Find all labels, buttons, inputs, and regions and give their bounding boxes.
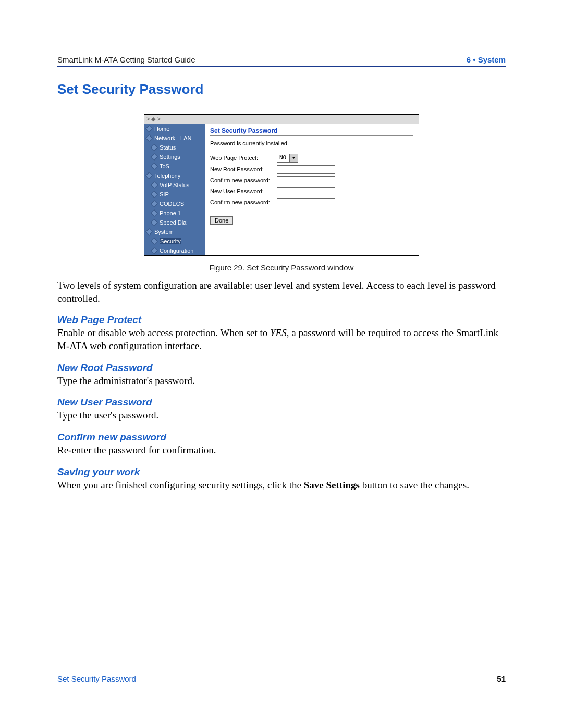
password-status-text: Password is currently installed. xyxy=(210,140,413,146)
diamond-icon xyxy=(151,163,158,170)
diamond-icon xyxy=(151,153,158,161)
diamond-icon xyxy=(145,228,153,236)
sidebar-item-system[interactable]: System xyxy=(144,227,205,237)
row-new-user-password: New User Password: xyxy=(210,187,413,195)
document-page: SmartLink M-ATA Getting Started Guide 6 … xyxy=(0,0,563,728)
svg-marker-0 xyxy=(292,157,296,159)
sidebar-item-security[interactable]: Security xyxy=(144,237,205,246)
sidebar-item-phone1[interactable]: Phone 1 xyxy=(144,208,205,218)
diamond-icon xyxy=(151,219,158,226)
page-footer: Set Security Password 51 xyxy=(57,672,506,683)
diamond-icon xyxy=(151,209,158,217)
row-web-page-protect: Web Page Protect: NO xyxy=(210,153,413,163)
header-chapter: 6 • System xyxy=(467,55,506,64)
sidebar-item-network[interactable]: Network - LAN xyxy=(144,133,205,143)
diamond-icon xyxy=(151,144,158,151)
diamond-icon xyxy=(145,172,153,179)
panel-title: Set Security Password xyxy=(210,127,413,134)
sidebar-item-sip[interactable]: SIP xyxy=(144,190,205,199)
label-new-user-password: New User Password: xyxy=(210,188,277,194)
row-confirm-root-password: Confirm new password: xyxy=(210,176,413,184)
diamond-icon xyxy=(151,238,158,245)
sidebar-item-telephony[interactable]: Telephony xyxy=(144,171,205,180)
done-row: Done xyxy=(210,214,413,225)
sidebar-item-settings[interactable]: Settings xyxy=(144,152,205,162)
label-confirm-root-password: Confirm new password: xyxy=(210,177,277,183)
heading-new-root-password: New Root Password xyxy=(57,362,506,374)
panel-divider xyxy=(210,135,413,136)
text-new-root-password: Type the administrator's password. xyxy=(57,375,506,388)
window-breadcrumb: > ◆ > xyxy=(144,115,419,124)
sidebar-nav: Home Network - LAN Status Settings ToS T… xyxy=(144,124,205,255)
breadcrumb-arrows: > ◆ > xyxy=(146,116,161,122)
figure-screenshot: > ◆ > Home Network - LAN Status Settings… xyxy=(57,114,506,256)
done-button[interactable]: Done xyxy=(210,216,233,225)
sidebar-item-codecs[interactable]: CODECS xyxy=(144,199,205,208)
intro-paragraph: Two levels of system configuration are a… xyxy=(57,279,506,305)
embedded-window: > ◆ > Home Network - LAN Status Settings… xyxy=(144,114,419,256)
diamond-icon xyxy=(145,125,153,132)
label-web-page-protect: Web Page Protect: xyxy=(210,155,277,161)
diamond-icon xyxy=(151,181,158,189)
heading-saving-your-work: Saving your work xyxy=(57,466,506,478)
text-saving-your-work: When you are finished configuring securi… xyxy=(57,479,506,492)
label-confirm-user-password: Confirm new password: xyxy=(210,199,277,205)
page-header: SmartLink M-ATA Getting Started Guide 6 … xyxy=(57,55,506,67)
input-new-user-password[interactable] xyxy=(277,187,335,195)
heading-new-user-password: New User Password xyxy=(57,397,506,408)
window-body: Home Network - LAN Status Settings ToS T… xyxy=(144,124,419,255)
sidebar-item-status[interactable]: Status xyxy=(144,143,205,152)
diamond-icon xyxy=(151,247,158,254)
footer-section-name: Set Security Password xyxy=(57,674,136,683)
text-web-page-protect: Enable or disable web access protection.… xyxy=(57,327,506,352)
section-title: Set Security Password xyxy=(57,81,506,97)
text-new-user-password: Type the user's password. xyxy=(57,409,506,422)
diamond-icon xyxy=(151,200,158,207)
sidebar-item-voip-status[interactable]: VoIP Status xyxy=(144,180,205,190)
content-area: Set Security Password > ◆ > Home Network… xyxy=(57,81,506,501)
label-new-root-password: New Root Password: xyxy=(210,166,277,172)
diamond-icon xyxy=(145,134,153,142)
chevron-down-icon xyxy=(289,154,298,162)
figure-caption: Figure 29. Set Security Password window xyxy=(57,263,506,272)
heading-web-page-protect: Web Page Protect xyxy=(57,314,506,326)
input-new-root-password[interactable] xyxy=(277,165,335,174)
row-new-root-password: New Root Password: xyxy=(210,165,413,174)
sidebar-item-configuration[interactable]: Configuration xyxy=(144,246,205,255)
sidebar-item-speed-dial[interactable]: Speed Dial xyxy=(144,218,205,227)
sidebar-item-tos[interactable]: ToS xyxy=(144,162,205,171)
input-confirm-user-password[interactable] xyxy=(277,198,335,206)
footer-page-number: 51 xyxy=(497,674,506,683)
text-confirm-new-password: Re-enter the password for confirmation. xyxy=(57,444,506,457)
sidebar-item-home[interactable]: Home xyxy=(144,124,205,133)
select-value: NO xyxy=(277,154,289,161)
diamond-icon xyxy=(151,191,158,198)
input-confirm-root-password[interactable] xyxy=(277,176,335,184)
header-doc-title: SmartLink M-ATA Getting Started Guide xyxy=(57,55,195,64)
row-confirm-user-password: Confirm new password: xyxy=(210,198,413,206)
settings-panel: Set Security Password Password is curren… xyxy=(205,124,419,255)
select-web-page-protect[interactable]: NO xyxy=(277,153,298,163)
heading-confirm-new-password: Confirm new password xyxy=(57,431,506,443)
